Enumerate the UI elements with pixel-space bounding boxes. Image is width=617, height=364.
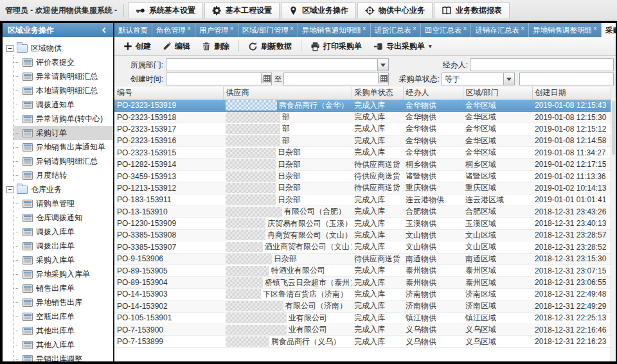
status-value-input[interactable]	[519, 73, 614, 85]
department-select[interactable]	[166, 58, 389, 71]
document-icon	[22, 270, 33, 279]
toolbar-button-打印采购单[interactable]: 打印采购单	[305, 39, 367, 54]
table-row[interactable]: PO-2323-153917部完成入库金华物供金华区域2019-01-08 12…	[114, 123, 611, 135]
tab-close-icon[interactable]: ×	[463, 25, 467, 32]
calendar-icon[interactable]	[378, 73, 388, 83]
created-from-field[interactable]	[166, 73, 272, 85]
tab-用户管理[interactable]: 用户管理×	[195, 23, 238, 37]
table-row[interactable]: PO-14-153903下区鲁清百货店（济南）完成入库济南物供济南区域2018-…	[114, 288, 611, 300]
tree-item-本地请购明细汇总[interactable]: 本地请购明细汇总	[13, 83, 113, 98]
toolbar-button-创建[interactable]: 创建	[118, 39, 156, 54]
tree-item-异地销售出库[interactable]: 异地销售出库	[13, 295, 113, 309]
table-row[interactable]: PO-1213-153912日杂部待供应商送货重庆物供重庆区域2019-01-0…	[114, 182, 611, 194]
tab-close-icon[interactable]: ×	[413, 25, 416, 32]
toolbar-button-编辑[interactable]: 编辑	[157, 39, 195, 54]
table-row[interactable]: PO-2323-153916部完成入库金华物供金华区域2019-01-08 12…	[114, 135, 611, 146]
tree-item-异常请购单(转中心)[interactable]: 异常请购单(转中心)	[13, 112, 113, 126]
document-icon	[22, 214, 33, 222]
table-row[interactable]: PO-183-153911日杂部完成入库连云港物供连云港区域2019-01-01…	[114, 194, 611, 205]
toolbar-button-导出采购单[interactable]: 导出采购单▾	[368, 39, 437, 54]
table-row[interactable]: PO-89-153905特酒业有限公司完成入库泰州物供泰州区域2018-12-3…	[114, 264, 611, 276]
tab-close-icon[interactable]: ×	[593, 25, 597, 32]
tree-item-异地采购入库单[interactable]: 异地采购入库单	[13, 267, 113, 281]
table-row[interactable]: PO-3459-153913日杂部待供应商送货诸暨物供诸暨区域2019-01-0…	[114, 170, 611, 182]
tree-item-月度结转[interactable]: 月度结转	[13, 168, 113, 182]
tree-item-销售出库单[interactable]: 销售出库单	[13, 281, 113, 295]
column-header-供应商[interactable]: 供应商	[223, 87, 352, 100]
menu-button-业务数据报表[interactable]: 业务数据报表	[434, 2, 510, 19]
toolbar-button-刷新数据[interactable]: 刷新数据	[243, 39, 297, 54]
tab-close-icon[interactable]: ×	[290, 25, 294, 32]
tree-folder-仓库业务[interactable]: 仓库业务	[6, 182, 113, 196]
table-row[interactable]: PO-105-153901业有限公司完成入库镇江物供镇江区域2018-12-31…	[114, 312, 611, 324]
tree-item-异销请购明细汇总[interactable]: 异销请购明细汇总	[13, 154, 113, 168]
sidebar-collapse-button[interactable]	[100, 26, 108, 34]
tab-采购订单[interactable]: 采购订单×	[602, 23, 616, 37]
tree-item-label: 空瓶出库单	[36, 309, 75, 324]
tab-回空汇总表[interactable]: 回空汇总表×	[421, 23, 471, 37]
table-row[interactable]: PO-2323-153919腾食品商行（金华）完成入库金华物供金华区域2019-…	[114, 100, 611, 111]
tab-区域/部门管理[interactable]: 区域/部门管理×	[238, 23, 298, 37]
table-row[interactable]: PO-1282-153914日杂部待供应商送货桐乡物供桐乡区域2019-01-0…	[114, 159, 611, 170]
column-header-区域/部门[interactable]: 区域/部门	[463, 87, 532, 100]
menu-button-系统基本设置[interactable]: 系统基本设置	[128, 2, 203, 19]
table-row[interactable]: PO-14-153902有限公司（济南）完成入库济南物供济南区域2018-12-…	[114, 300, 611, 312]
tree-item-异销出库调整[interactable]: 异销出库调整	[13, 352, 113, 361]
table-row[interactable]: PO-3385-153908冉商贸有限公司（文山）完成入库文山物供文山区域201…	[114, 229, 611, 241]
table-row[interactable]: PO-9-153906日杂部待供应商送货南通物供南通区域2018-12-31 2…	[114, 253, 611, 264]
tab-默认首页[interactable]: 默认首页	[114, 23, 152, 37]
tree-item-采购入库单[interactable]: 采购入库单	[13, 253, 113, 267]
tree-item-调拨入库单[interactable]: 调拨入库单	[13, 225, 113, 239]
tab-进货汇总表[interactable]: 进货汇总表×	[371, 23, 421, 37]
created-from-input[interactable]	[166, 73, 272, 85]
tab-close-icon[interactable]: ×	[521, 25, 524, 32]
tree-item-仓库调拨通知[interactable]: 仓库调拨通知	[13, 211, 113, 225]
tree-item-异常请购明细汇总[interactable]: 异常请购明细汇总	[13, 69, 113, 83]
tab-label: 回空汇总表	[425, 26, 462, 35]
column-header-编号[interactable]: 编号	[114, 87, 223, 100]
tree-item-异地销售出库通知单[interactable]: 异地销售出库通知单	[13, 140, 113, 154]
document-icon	[22, 157, 33, 166]
tab-角色管理[interactable]: 角色管理×	[152, 23, 195, 37]
tree-expander-icon[interactable]	[6, 186, 13, 193]
tab-close-icon[interactable]: ×	[230, 25, 234, 32]
tree-item-调拨出库单[interactable]: 调拨出库单	[13, 239, 113, 253]
calendar-icon[interactable]	[261, 73, 271, 83]
table-row[interactable]: PO-89-153904桥镇飞云日杂超市（泰州）完成入库泰州物供泰州区域2018…	[114, 277, 611, 288]
table-row[interactable]: PO-7-153899腾食品商行（义乌）完成入库义乌物供义乌区域2018-12-…	[114, 336, 611, 347]
tab-close-icon[interactable]: ×	[362, 25, 366, 32]
created-to-input[interactable]	[283, 73, 389, 85]
tab-异地销售调整明细[interactable]: 异地销售调整明细×	[529, 23, 602, 37]
operator-input[interactable]	[470, 58, 614, 71]
tab-close-icon[interactable]: ×	[187, 25, 191, 32]
tree-item-调拨通知单[interactable]: 调拨通知单	[13, 98, 113, 112]
table-row[interactable]: PO-1230-153909庆贸易有限公司（玉溪）完成入库玉溪物供玉溪区域201…	[114, 218, 611, 229]
table-row[interactable]: PO-2323-153918部完成入库金华物供金华区域2019-01-08 12…	[114, 111, 611, 123]
tree-item-其他出库单[interactable]: 其他出库单	[13, 324, 113, 338]
scrollbar-thumb[interactable]	[612, 101, 615, 155]
table-row[interactable]: PO-7-153900业有限公司完成入库义乌物供义乌区域2018-12-31 2…	[114, 324, 611, 335]
menu-button-基本工程设置[interactable]: 基本工程设置	[204, 2, 280, 19]
column-header-创建日期[interactable]: 创建日期	[532, 87, 611, 100]
status-operator-select[interactable]: 等于	[442, 73, 515, 85]
tree-item-空瓶出库单[interactable]: 空瓶出库单	[13, 309, 113, 324]
created-to-field[interactable]	[283, 73, 389, 85]
tab-进销存汇总表[interactable]: 进销存汇总表×	[471, 23, 529, 37]
tree-folder-区域物供[interactable]: 区域物供	[6, 41, 113, 55]
tab-异地销售通知明细[interactable]: 异地销售通知明细×	[298, 23, 371, 37]
tree-item-请购单管理[interactable]: 请购单管理	[13, 196, 113, 211]
tree-expander-icon[interactable]	[6, 45, 13, 52]
menu-button-区域业务操作[interactable]: 区域业务操作	[281, 2, 356, 19]
column-header-经办人[interactable]: 经办人	[403, 87, 463, 100]
status-label: 采购单状态:	[388, 73, 440, 85]
table-row[interactable]: PO-13-153910有限公司（合肥）完成入库合肥物供合肥区域2018-12-…	[114, 206, 611, 218]
menu-button-物供中心业务[interactable]: 物供中心业务	[357, 2, 433, 19]
table-row[interactable]: PO-2323-153915日杂部完成入库金华物供金华区域2019-01-08 …	[114, 147, 611, 159]
tree-item-采购订单[interactable]: 采购订单	[13, 126, 113, 140]
table-row[interactable]: PO-3385-153907酒业商贸有限公司（文山）完成入库文山物供文山区域20…	[114, 241, 611, 253]
tree-item-评价表提交[interactable]: 评价表提交	[13, 55, 113, 69]
vertical-scrollbar[interactable]	[611, 87, 616, 361]
column-header-采购单状态[interactable]: 采购单状态	[352, 87, 403, 100]
toolbar-button-删除[interactable]: 删除	[197, 39, 235, 54]
tree-item-其他入库单[interactable]: 其他入库单	[13, 338, 113, 352]
